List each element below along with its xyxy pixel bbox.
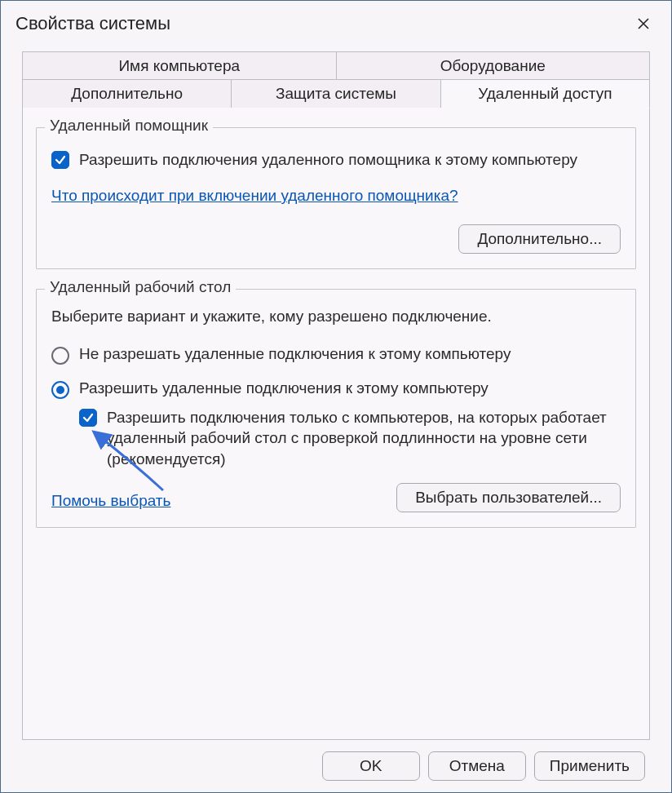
dialog-buttons: OK Отмена Применить — [22, 740, 650, 792]
titlebar: Свойства системы — [1, 1, 671, 43]
group-remote-assistant: Удаленный помощник Разрешить подключения… — [36, 127, 636, 269]
checkbox-nla-label: Разрешить подключения только с компьютер… — [107, 407, 621, 470]
radio-deny-remote[interactable] — [51, 347, 69, 365]
group-remote-desktop: Удаленный рабочий стол Выберите вариант … — [36, 289, 636, 528]
group-remote-assistant-legend: Удаленный помощник — [45, 117, 213, 135]
tab-remote[interactable]: Удаленный доступ — [441, 79, 650, 109]
rdp-intro-text: Выберите вариант и укажите, кому разреше… — [51, 308, 621, 326]
button-select-users[interactable]: Выбрать пользователей... — [396, 483, 621, 512]
window-title: Свойства системы — [15, 13, 170, 34]
check-icon — [82, 412, 94, 423]
link-help-choose[interactable]: Помочь выбрать — [51, 492, 170, 510]
close-icon — [637, 17, 650, 30]
group-remote-desktop-legend: Удаленный рабочий стол — [45, 278, 236, 296]
checkbox-allow-remote-assistant-label: Разрешить подключения удаленного помощни… — [79, 149, 577, 171]
button-ok[interactable]: OK — [322, 751, 420, 781]
close-button[interactable] — [630, 11, 657, 37]
tab-hardware[interactable]: Оборудование — [337, 51, 651, 80]
content-area: Имя компьютера Оборудование Дополнительн… — [1, 43, 671, 792]
button-assistant-advanced[interactable]: Дополнительно... — [458, 224, 621, 254]
button-cancel[interactable]: Отмена — [428, 751, 526, 781]
system-properties-window: Свойства системы Имя компьютера Оборудов… — [0, 0, 672, 793]
checkbox-allow-remote-assistant[interactable] — [51, 151, 69, 169]
radio-allow-remote[interactable] — [51, 381, 69, 399]
link-remote-assistant-help[interactable]: Что происходит при включении удаленного … — [51, 187, 458, 205]
tab-system-protection[interactable]: Защита системы — [232, 79, 440, 109]
checkbox-nla[interactable] — [79, 409, 97, 427]
tab-computer-name[interactable]: Имя компьютера — [22, 51, 337, 80]
button-apply[interactable]: Применить — [534, 751, 645, 781]
tab-advanced[interactable]: Дополнительно — [22, 79, 232, 109]
check-icon — [55, 154, 66, 166]
tabstrip: Имя компьютера Оборудование Дополнительн… — [22, 51, 650, 108]
radio-allow-remote-label: Разрешить удаленные подключения к этому … — [79, 379, 489, 397]
radio-deny-remote-label: Не разрешать удаленные подключения к это… — [79, 345, 511, 363]
tab-panel-remote: Удаленный помощник Разрешить подключения… — [22, 108, 650, 740]
